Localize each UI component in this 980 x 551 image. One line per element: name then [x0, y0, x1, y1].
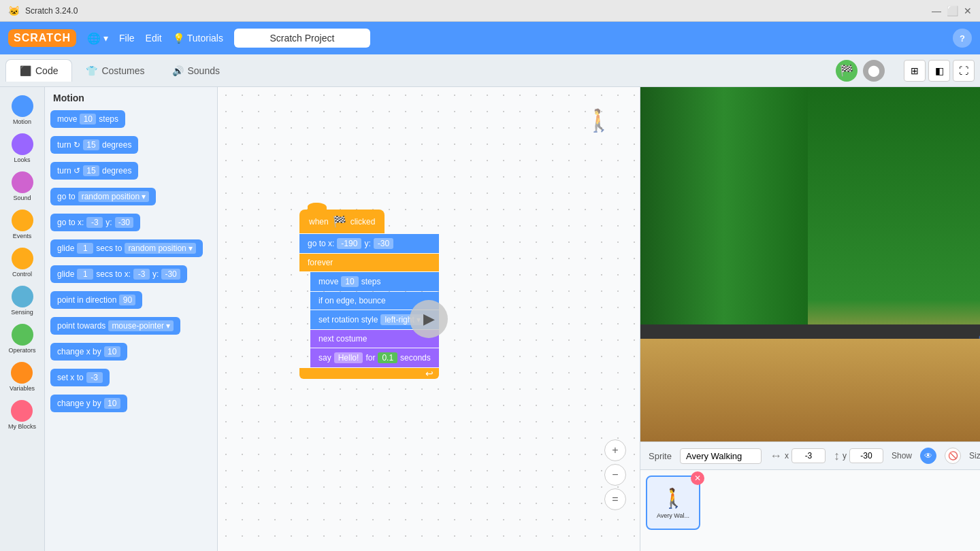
sprite-mini-icon: 🚶 — [662, 487, 685, 510]
glide-xy-block[interactable]: glide 1 secs to x: -3 y: -30 — [50, 265, 187, 283]
show-hidden-button[interactable]: 🚫 — [945, 448, 961, 464]
hat-clicked-label: clicked — [350, 217, 376, 227]
change-x-block[interactable]: change x by 10 — [50, 343, 127, 361]
green-flag-icon: 🏁 — [333, 215, 346, 228]
change-x-input[interactable]: 10 — [104, 346, 120, 357]
turn-cw-block[interactable]: turn ↻ 15 degrees — [50, 136, 138, 154]
canvas-goto-label: go to x: — [308, 239, 334, 248]
motion-label: Motion — [13, 118, 31, 125]
change-y-block[interactable]: change y by 10 — [50, 395, 127, 412]
change-y-input[interactable]: 10 — [104, 398, 120, 409]
globe-menu[interactable]: 🌐 ▾ — [87, 32, 108, 45]
tutorials-menu[interactable]: 💡 Tutorials — [173, 33, 223, 44]
sprite-mini-name: Avery Wal... — [657, 512, 689, 519]
y-input[interactable] — [849, 448, 883, 463]
move-block[interactable]: move 10 steps — [50, 110, 125, 128]
tab-code[interactable]: ⬛ Code — [5, 59, 72, 82]
forever-end: ↩ — [299, 368, 439, 379]
sidebar-item-looks[interactable]: Looks — [9, 131, 36, 166]
sidebar-item-sound[interactable]: Sound — [9, 169, 36, 204]
glide-xy-x[interactable]: -3 — [133, 269, 150, 280]
sidebar-item-operators[interactable]: Operators — [5, 321, 38, 356]
maximize-btn[interactable]: ⬜ — [947, 5, 958, 16]
canvas-goto-x[interactable]: -190 — [337, 238, 361, 249]
forever-label: forever — [308, 258, 333, 267]
sidebar-item-control[interactable]: Control — [9, 245, 36, 280]
project-name-input[interactable] — [234, 29, 370, 48]
canvas-move-label: move — [318, 277, 338, 286]
set-x-block[interactable]: set x to -3 — [50, 369, 110, 386]
canvas-say-duration[interactable]: 0.1 — [378, 352, 397, 363]
glide-to-secs[interactable]: 1 — [77, 243, 93, 254]
sprite-thumb-avery[interactable]: ✕ 🚶 Avery Wal... — [646, 475, 700, 530]
app-icon: 🐱 — [8, 5, 20, 16]
point-towards-dropdown[interactable]: mouse-pointer ▾ — [108, 320, 174, 331]
glide-to-dropdown[interactable]: random position ▾ — [125, 243, 196, 254]
x-input[interactable] — [791, 448, 826, 463]
sprite-stage-area: 🚶‍♀️ Sprite ↔ x ↕ y — [640, 87, 980, 551]
sidebar-item-motion[interactable]: Motion — [9, 93, 36, 128]
canvas-move-block[interactable]: move 10 steps — [310, 272, 439, 291]
goto-x-input[interactable]: -3 — [86, 217, 103, 228]
canvas-say-block[interactable]: say Hello! for 0.1 seconds — [310, 348, 439, 367]
point-dir-block[interactable]: point in direction 90 — [50, 291, 142, 309]
turn-ccw-input[interactable]: 15 — [83, 165, 99, 176]
goto-block[interactable]: go to random position ▾ — [50, 188, 156, 205]
zoom-out-button[interactable]: − — [604, 464, 626, 486]
canvas-move-steps[interactable]: 10 — [341, 276, 358, 287]
delete-sprite-btn[interactable]: ✕ — [691, 471, 704, 485]
glide-to-block[interactable]: glide 1 secs to random position ▾ — [50, 239, 203, 257]
fullscreen-button[interactable]: ⛶ — [953, 60, 975, 82]
code-canvas: 🚶 when 🏁 clicked go to x: -190 y: -30 — [218, 87, 640, 551]
goto-dropdown[interactable]: random position ▾ — [78, 191, 150, 202]
file-menu[interactable]: File — [119, 33, 135, 44]
sidebar-item-variables[interactable]: Variables — [7, 359, 37, 395]
hat-block[interactable]: when 🏁 clicked — [299, 210, 385, 233]
tab-costumes[interactable]: 👕 Costumes — [72, 60, 158, 82]
right-panel: 🚶‍♀️ Sprite ↔ x ↕ y — [640, 87, 980, 551]
point-dir-input[interactable]: 90 — [119, 295, 135, 305]
goto-y-input[interactable]: -30 — [115, 217, 133, 228]
set-x-input[interactable]: -3 — [86, 372, 103, 383]
help-button[interactable]: ? — [953, 29, 972, 48]
sidebar-item-sensing[interactable]: Sensing — [8, 283, 36, 318]
close-btn[interactable]: ✕ — [964, 5, 972, 16]
canvas-play-overlay[interactable]: ▶ — [410, 300, 448, 338]
move-steps-input[interactable]: 10 — [80, 114, 96, 124]
glide-xy-secs[interactable]: 1 — [77, 269, 93, 280]
glide-xy-y[interactable]: -30 — [161, 269, 180, 280]
stop-button[interactable]: ⬤ — [863, 60, 885, 82]
stage-footlights — [640, 324, 980, 339]
tabbar: ⬛ Code 👕 Costumes 🔊 Sounds 🏁 ⬤ ⊞ ◧ ⛶ — [0, 54, 980, 87]
split-view-button[interactable]: ⊞ — [904, 60, 926, 82]
sidebar-item-myblocks[interactable]: My Blocks — [5, 397, 39, 433]
code-block-stack[interactable]: when 🏁 clicked go to x: -190 y: -30 fore… — [299, 210, 439, 379]
edit-menu[interactable]: Edit — [146, 33, 162, 44]
looks-label: Looks — [14, 156, 30, 163]
turn-ccw-block[interactable]: turn ↺ 15 degrees — [50, 162, 138, 180]
glide-xy-y-label: y: — [152, 269, 159, 279]
canvas-goto-y[interactable]: -30 — [374, 238, 393, 249]
change-y-label: change y by — [57, 399, 101, 408]
menubar: SCRATCH 🌐 ▾ File Edit 💡 Tutorials ? — [0, 22, 980, 54]
sidebar-item-events[interactable]: Events — [9, 207, 36, 242]
canvas-say-text[interactable]: Hello! — [334, 352, 363, 363]
canvas-goto-block[interactable]: go to x: -190 y: -30 — [299, 234, 439, 253]
motion-dot — [12, 95, 33, 117]
point-dir-label: point in direction — [57, 295, 116, 305]
minimize-btn[interactable]: — — [932, 5, 941, 16]
point-towards-block[interactable]: point towards mouse-pointer ▾ — [50, 317, 180, 335]
forever-label-block[interactable]: forever — [299, 254, 439, 271]
zoom-reset-button[interactable]: = — [604, 488, 626, 510]
turn-cw-input[interactable]: 15 — [83, 139, 99, 150]
green-flag-button[interactable]: 🏁 — [836, 60, 858, 82]
stage-left-button[interactable]: ◧ — [928, 60, 950, 82]
show-visible-button[interactable]: 👁 — [920, 448, 936, 464]
play-controls: 🏁 ⬤ — [836, 60, 885, 82]
goto-xy-block[interactable]: go to x: -3 y: -30 — [50, 214, 140, 231]
zoom-in-button[interactable]: + — [604, 439, 626, 461]
sprite-name-input[interactable] — [680, 448, 762, 464]
turn-cw-label: turn ↻ — [57, 140, 80, 150]
tab-sounds[interactable]: 🔊 Sounds — [159, 60, 233, 82]
titlebar: 🐱 Scratch 3.24.0 — ⬜ ✕ — [0, 0, 980, 22]
